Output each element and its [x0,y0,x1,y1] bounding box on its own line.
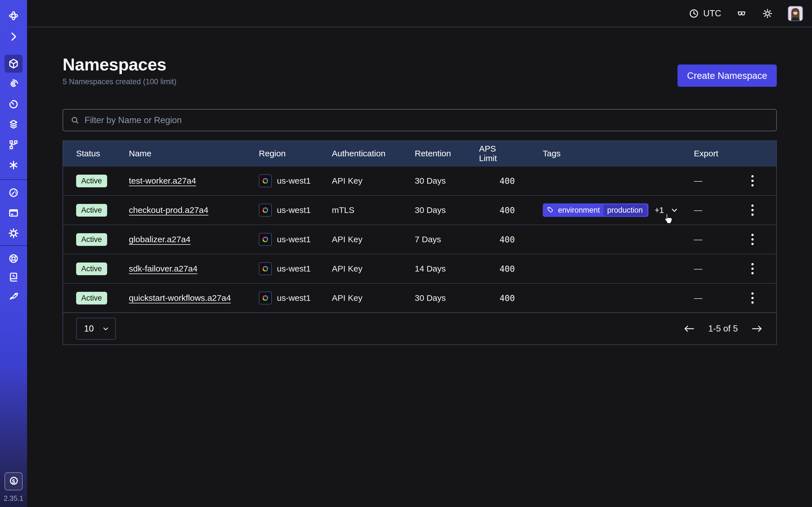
sidebar-item-usage[interactable] [4,184,22,202]
google-cloud-icon [259,262,272,275]
prev-page-button[interactable] [683,324,695,333]
timezone-button[interactable]: UTC [689,8,721,19]
auth-label: mTLS [332,205,415,215]
aps-limit-value: 400 [479,264,515,274]
sidebar-item-workflows[interactable] [4,75,22,93]
auth-label: API Key [332,235,415,244]
namespace-link[interactable]: quickstart-workflows.a27a4 [129,293,231,302]
export-empty: — [694,264,702,274]
theme-sun-icon[interactable] [762,8,773,19]
row-menu-button[interactable] [750,232,755,247]
table-footer: 10 1-5 of 5 [63,313,776,344]
svg-text:$: $ [12,478,15,485]
next-page-button[interactable] [751,324,763,333]
sidebar-item-support[interactable] [4,251,22,267]
sidebar-item-deployments[interactable] [4,115,22,133]
col-status: Status [76,149,129,158]
col-aps-limit: APS Limit [479,144,515,163]
export-empty: — [694,176,702,186]
user-avatar[interactable] [788,6,803,21]
aps-limit-value: 400 [479,235,515,244]
retention-label: 30 Days [415,205,479,215]
page-title: Namespaces [63,55,176,74]
billing-badge-button[interactable]: $ [4,472,22,490]
sidebar-item-settings[interactable] [4,224,22,242]
tag-key: environment [558,206,600,215]
app-version: 2.35.1 [4,494,23,503]
chevron-down-icon [102,325,110,333]
status-badge: Active [76,175,107,187]
tags-more-count[interactable]: +1 [655,206,664,215]
tag-value: production [603,205,647,216]
region-label: us-west1 [277,293,311,303]
filter-input[interactable] [85,115,769,125]
auth-label: API Key [332,176,415,186]
col-retention: Retention [415,149,479,158]
sidebar-item-getting-started[interactable] [4,288,22,304]
search-icon [70,115,80,125]
col-name: Name [129,149,259,158]
status-badge: Active [76,263,107,275]
region-label: us-west1 [277,176,311,186]
sidebar-expand-icon[interactable] [4,30,22,43]
google-cloud-icon [259,233,272,246]
col-authentication: Authentication [332,149,415,158]
status-badge: Active [76,292,107,304]
namespace-link[interactable]: checkout-prod.a27a4 [129,205,208,215]
topbar: UTC [27,0,812,27]
table-row: Active sdk-failover.a27a4 us-west1 API K… [63,254,776,283]
retention-label: 7 Days [415,235,479,244]
auth-label: API Key [332,293,415,303]
sidebar-item-billing[interactable] [4,204,22,222]
row-menu-button[interactable] [750,203,755,217]
retention-label: 30 Days [415,176,479,186]
google-cloud-icon [259,204,272,217]
retention-label: 14 Days [415,264,479,274]
tag-badge[interactable]: environment production [543,203,649,217]
col-region: Region [259,149,332,158]
sidebar-item-docs[interactable] [4,269,22,285]
export-empty: — [694,293,702,303]
google-cloud-icon [259,174,272,187]
col-export: Export [694,149,763,158]
tags-expand-chevron-icon[interactable] [670,206,679,214]
export-empty: — [694,235,702,244]
create-namespace-button[interactable]: Create Namespace [677,64,777,87]
row-menu-button[interactable] [750,262,755,276]
namespace-link[interactable]: globalizer.a27a4 [129,235,191,244]
google-cloud-icon [259,291,272,304]
main-content: Namespaces 5 Namespaces created (100 lim… [27,28,812,507]
table-row: Active globalizer.a27a4 us-west1 API Key… [63,224,776,254]
row-menu-button[interactable] [750,291,755,305]
table-row: Active checkout-prod.a27a4 us-west1 mTLS… [63,195,776,224]
sidebar-divider [0,179,27,180]
sidebar-item-batch-operations[interactable] [4,136,22,154]
region-label: us-west1 [277,235,311,244]
status-badge: Active [76,233,107,246]
page-size-value: 10 [84,324,94,334]
table-row: Active quickstart-workflows.a27a4 us-wes… [63,283,776,313]
table-header-row: Status Name Region Authentication Retent… [63,141,776,166]
timezone-label: UTC [703,8,721,18]
temporal-logo-icon[interactable] [4,7,22,25]
labs-glasses-icon[interactable] [736,8,747,19]
row-menu-button[interactable] [750,173,755,188]
sidebar-item-nexus[interactable] [4,156,22,174]
export-empty: — [694,205,702,215]
namespace-link[interactable]: sdk-failover.a27a4 [129,264,198,273]
sidebar-item-schedules[interactable] [4,95,22,113]
tag-icon [547,206,555,214]
sidebar: $ 2.35.1 [0,0,27,507]
sidebar-divider [0,245,27,246]
filter-bar [63,109,777,131]
table-row: Active test-worker.a27a4 us-west1 API Ke… [63,166,776,195]
namespace-link[interactable]: test-worker.a27a4 [129,176,196,185]
sidebar-item-namespaces[interactable] [4,55,22,73]
page-size-select[interactable]: 10 [76,318,116,340]
aps-limit-value: 400 [479,205,515,215]
aps-limit-value: 400 [479,176,515,186]
page-subtitle: 5 Namespaces created (100 limit) [63,77,176,86]
status-badge: Active [76,204,107,217]
auth-label: API Key [332,264,415,274]
pagination-range: 1-5 of 5 [708,324,738,334]
